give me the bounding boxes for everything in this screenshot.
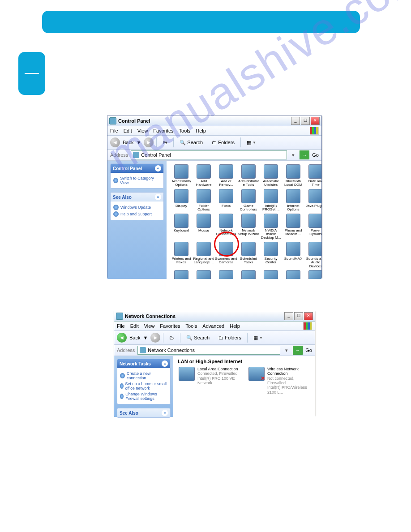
- views-button[interactable]: ▦▼: [244, 138, 259, 147]
- collapse-button[interactable]: »: [162, 410, 168, 416]
- collapse-button[interactable]: «: [162, 360, 168, 367]
- control-panel-item[interactable]: Power Options: [304, 214, 321, 240]
- menu-tools[interactable]: Tools: [186, 323, 197, 329]
- menu-advanced[interactable]: Advanced: [202, 323, 224, 329]
- applet-label: Network Setup Wizard: [237, 229, 260, 236]
- menu-view[interactable]: View: [137, 128, 148, 133]
- forward-button[interactable]: ►: [144, 137, 154, 147]
- menu-file[interactable]: File: [110, 128, 118, 133]
- control-panel-item[interactable]: Regional and Language ...: [193, 242, 215, 268]
- control-panel-item[interactable]: Fonts: [215, 189, 237, 212]
- control-panel-item[interactable]: Folder Options: [193, 189, 215, 212]
- back-dropdown[interactable]: ▼: [143, 335, 148, 340]
- control-panel-item[interactable]: Internet Options: [282, 189, 304, 212]
- close-button[interactable]: ✕: [311, 117, 320, 125]
- go-label: Go: [312, 152, 319, 158]
- control-panel-item[interactable]: Security Center: [260, 242, 282, 268]
- link-label: Create a new connection: [127, 371, 167, 380]
- up-button[interactable]: 🗁: [159, 138, 171, 146]
- menu-favorites[interactable]: Favorites: [160, 323, 180, 329]
- address-dropdown[interactable]: ▾: [283, 348, 290, 353]
- address-combo[interactable]: Network Connections: [137, 346, 280, 355]
- control-panel-item[interactable]: Network Setup Wizard: [237, 214, 260, 240]
- go-button[interactable]: →: [300, 150, 309, 159]
- control-panel-item[interactable]: NVIDIA nView Desktop M...: [260, 214, 282, 240]
- control-panel-item[interactable]: Automatic Updates: [260, 164, 282, 187]
- applet-label: SoundMAX: [282, 257, 304, 261]
- close-button[interactable]: ✕: [304, 312, 313, 320]
- menu-favorites[interactable]: Favorites: [153, 128, 173, 133]
- control-panel-item[interactable]: Administrative Tools: [237, 164, 260, 187]
- firewall-settings-link[interactable]: Change Windows Firewall settings: [120, 392, 167, 401]
- switch-category-view-link[interactable]: Switch to Category View: [113, 176, 161, 185]
- control-panel-item[interactable]: Phone and Modem ...: [282, 214, 304, 240]
- create-connection-link[interactable]: Create a new connection: [120, 371, 167, 380]
- search-button[interactable]: 🔍Search: [176, 138, 206, 147]
- back-button[interactable]: ◄: [110, 137, 120, 147]
- connection-name: Local Area Connection: [197, 367, 240, 371]
- setup-network-link[interactable]: Set up a home or small office network: [120, 382, 167, 390]
- control-panel-item[interactable]: Speech: [170, 270, 193, 279]
- control-panel-item[interactable]: Add Hardware: [193, 164, 215, 187]
- back-button[interactable]: ◄: [117, 333, 127, 343]
- maximize-button[interactable]: ☐: [294, 312, 303, 320]
- control-panel-item[interactable]: Add or Remov...: [215, 164, 237, 187]
- control-panel-item[interactable]: Keyboard: [170, 214, 193, 240]
- control-panel-item[interactable]: SoundMAX: [282, 242, 304, 268]
- up-button[interactable]: 🗁: [166, 334, 177, 342]
- search-button[interactable]: 🔍Search: [183, 334, 213, 342]
- network-connection-item[interactable]: ✕Wireless Network ConnectionNot connecte…: [248, 367, 309, 395]
- search-label: Search: [187, 140, 203, 145]
- go-button[interactable]: →: [293, 346, 303, 355]
- collapse-button[interactable]: »: [155, 194, 161, 200]
- collapse-button[interactable]: «: [155, 165, 161, 172]
- folders-button[interactable]: 🗀Folders: [215, 334, 244, 342]
- toolbar-separator: [180, 333, 180, 343]
- toolbar-separator: [156, 137, 157, 147]
- views-button[interactable]: ▦▼: [250, 334, 266, 342]
- applet-label: Phone and Modem ...: [282, 229, 304, 236]
- link-label: Windows Update: [120, 205, 151, 210]
- menu-edit[interactable]: Edit: [130, 323, 139, 329]
- menu-tools[interactable]: Tools: [179, 128, 191, 133]
- forward-button[interactable]: ►: [150, 333, 160, 343]
- network-connection-item[interactable]: Local Area ConnectionConnected, Firewall…: [179, 367, 240, 395]
- maximize-button[interactable]: ☐: [301, 117, 310, 125]
- control-panel-item[interactable]: TOSHIBA HWSetup: [260, 270, 282, 279]
- control-panel-item[interactable]: Printers and Faxes: [170, 242, 193, 268]
- control-panel-item[interactable]: Mouse: [193, 214, 215, 240]
- applet-icon: [308, 242, 321, 256]
- control-panel-item[interactable]: Accessibility Options: [170, 164, 193, 187]
- control-panel-item[interactable]: Scheduled Tasks: [237, 242, 260, 268]
- control-panel-item[interactable]: Network Connections: [215, 214, 237, 240]
- folders-button[interactable]: 🗀Folders: [209, 138, 238, 146]
- control-panel-item[interactable]: Taskbar and Start Menu: [237, 270, 260, 279]
- applet-label: Administrative Tools: [237, 180, 260, 187]
- menu-file[interactable]: File: [117, 323, 125, 329]
- control-panel-item[interactable]: Scanners and Cameras: [215, 242, 237, 268]
- menu-help[interactable]: Help: [196, 128, 206, 133]
- back-dropdown[interactable]: ▼: [136, 140, 141, 145]
- minimize-button[interactable]: _: [284, 312, 293, 320]
- help-support-link[interactable]: Help and Support: [113, 211, 161, 217]
- control-panel-item[interactable]: TOSHIBA Power Saver: [304, 270, 321, 279]
- menu-edit[interactable]: Edit: [124, 128, 132, 133]
- control-panel-item[interactable]: Intel(R) PROSet ...: [260, 189, 282, 212]
- control-panel-item[interactable]: System: [193, 270, 215, 279]
- control-panel-item[interactable]: Bluetooth Local COM: [282, 164, 304, 187]
- control-panel-item[interactable]: Java Plug-in: [304, 189, 321, 212]
- control-panel-item[interactable]: Tablet and Pen Settings: [215, 270, 237, 279]
- windows-update-link[interactable]: Windows Update: [113, 205, 161, 210]
- control-panel-item[interactable]: TOSHIBA Mobile ...: [282, 270, 304, 279]
- applet-icon: [174, 164, 188, 179]
- control-panel-item[interactable]: Sounds and Audio Devices: [304, 242, 321, 268]
- control-panel-item[interactable]: Date and Time: [304, 164, 321, 187]
- control-panel-item[interactable]: Display: [170, 189, 193, 212]
- address-dropdown[interactable]: ▾: [290, 152, 297, 158]
- menu-help[interactable]: Help: [230, 323, 240, 329]
- minimize-button[interactable]: _: [291, 117, 300, 125]
- control-panel-item[interactable]: Game Controllers: [237, 189, 260, 212]
- menu-view[interactable]: View: [144, 323, 155, 329]
- applet-label: Display: [170, 204, 193, 208]
- address-combo[interactable]: Control Panel: [131, 150, 287, 159]
